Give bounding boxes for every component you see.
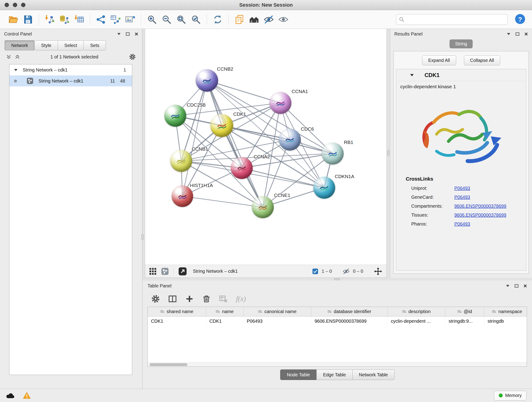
panel-menu-icon[interactable] bbox=[117, 33, 121, 35]
network-node-cdk1[interactable] bbox=[210, 114, 233, 137]
zoom-out-button[interactable] bbox=[159, 12, 174, 27]
table-settings-gear-icon[interactable] bbox=[151, 294, 160, 303]
column-header--id[interactable]: @id bbox=[445, 307, 484, 316]
collapse-caret-icon[interactable] bbox=[410, 74, 414, 77]
panel-float-icon[interactable] bbox=[515, 32, 519, 36]
table-row[interactable]: CDK1CDK1P064939606.ENSP00000378699cyclin… bbox=[148, 317, 527, 326]
collapse-all-tree-icon[interactable] bbox=[15, 55, 20, 59]
window-minimize-button[interactable] bbox=[13, 3, 17, 7]
delete-table-icon[interactable] bbox=[219, 294, 228, 303]
vertical-splitter[interactable] bbox=[387, 29, 390, 278]
string-home-button[interactable] bbox=[247, 12, 261, 27]
grid-view-icon[interactable] bbox=[149, 268, 157, 275]
zoom-fit-button[interactable] bbox=[174, 12, 189, 27]
memory-button[interactable]: Memory bbox=[494, 391, 526, 400]
import-network-button[interactable] bbox=[42, 12, 57, 27]
network-node-ccna2[interactable] bbox=[231, 157, 253, 179]
warning-icon[interactable] bbox=[23, 392, 31, 400]
show-eye-button[interactable] bbox=[276, 12, 291, 27]
panel-float-icon[interactable] bbox=[126, 32, 130, 36]
tab-node-table[interactable]: Node Table bbox=[280, 370, 317, 380]
search-box[interactable] bbox=[396, 14, 508, 25]
tree-caret-icon[interactable] bbox=[14, 69, 18, 71]
column-header-shared-name[interactable]: shared name bbox=[148, 307, 206, 316]
share-network-icon[interactable] bbox=[161, 268, 169, 275]
tab-network[interactable]: Network bbox=[5, 40, 35, 51]
show-columns-icon[interactable] bbox=[168, 294, 177, 303]
crosslinks-title: CrossLinks bbox=[396, 172, 526, 184]
column-header-description[interactable]: description bbox=[388, 307, 445, 316]
cloud-icon[interactable] bbox=[6, 392, 15, 399]
search-input[interactable] bbox=[407, 17, 505, 22]
window-zoom-button[interactable] bbox=[21, 3, 25, 7]
help-button[interactable]: ? bbox=[514, 13, 526, 26]
collapse-all-button[interactable]: Collapse All bbox=[464, 56, 500, 65]
window-close-button[interactable] bbox=[5, 3, 9, 7]
panel-menu-icon[interactable] bbox=[506, 285, 510, 287]
network-view: CCNB2CCNA1CDC25BCDK1CDC6RB1CCNB1CCNA2CDK… bbox=[145, 29, 387, 278]
crosslink-link[interactable]: P06493 bbox=[454, 221, 470, 227]
tab-sets[interactable]: Sets bbox=[83, 40, 106, 51]
new-network-from-table-button[interactable] bbox=[108, 12, 123, 27]
panel-close-icon[interactable] bbox=[525, 32, 528, 36]
tab-string[interactable]: String bbox=[450, 39, 472, 48]
import-table-button[interactable] bbox=[72, 12, 86, 27]
selected-checkbox-icon[interactable] bbox=[312, 268, 318, 274]
splitter-handle[interactable] bbox=[387, 150, 389, 156]
copy-document-button[interactable] bbox=[232, 12, 247, 27]
panel-menu-icon[interactable] bbox=[507, 33, 510, 35]
export-network-icon[interactable] bbox=[178, 267, 187, 276]
expand-all-button[interactable]: Expand All bbox=[422, 56, 456, 65]
network-node-cdc25b[interactable] bbox=[164, 105, 186, 127]
crosslink-link[interactable]: P06493 bbox=[454, 195, 470, 200]
scrollbar-thumb[interactable] bbox=[150, 363, 187, 366]
expand-all-tree-icon[interactable] bbox=[6, 55, 11, 59]
fit-content-icon[interactable] bbox=[374, 267, 382, 276]
function-builder-icon[interactable]: f(x) bbox=[236, 295, 246, 303]
tab-select[interactable]: Select bbox=[58, 40, 84, 51]
network-node-ccnb1[interactable] bbox=[170, 150, 192, 172]
apply-layout-button[interactable] bbox=[210, 12, 225, 27]
column-header-canonical-name[interactable]: canonical name bbox=[244, 307, 311, 316]
first-neighbors-button[interactable] bbox=[94, 12, 108, 27]
crosslink-link[interactable]: 9606.ENSP00000378699 bbox=[454, 212, 506, 218]
tab-edge-table[interactable]: Edge Table bbox=[317, 370, 353, 380]
network-node-ccnb2[interactable] bbox=[196, 69, 218, 92]
network-tree-header: 1 of 1 Network selected bbox=[0, 51, 142, 63]
column-header-namespace[interactable]: namespace bbox=[484, 307, 527, 316]
table-horizontal-scrollbar[interactable] bbox=[148, 362, 527, 366]
tab-style[interactable]: Style bbox=[34, 40, 58, 51]
export-image-button[interactable] bbox=[123, 12, 138, 27]
column-header-name[interactable]: name bbox=[206, 307, 244, 316]
network-node-ccne1[interactable] bbox=[252, 196, 274, 218]
protein-card-header[interactable]: CDK1 bbox=[396, 69, 526, 81]
column-header-database-identifier[interactable]: database identifier bbox=[311, 307, 388, 316]
network-node-hist1h1a[interactable] bbox=[172, 185, 193, 207]
network-row[interactable]: String Network – cdk1 11 48 bbox=[9, 75, 132, 86]
open-session-button[interactable] bbox=[6, 12, 21, 27]
hide-glasses-button[interactable] bbox=[261, 12, 276, 27]
hidden-eye-icon[interactable] bbox=[342, 268, 350, 275]
tab-network-table[interactable]: Network Table bbox=[352, 370, 394, 380]
crosslink-link[interactable]: P06493 bbox=[454, 186, 470, 191]
network-node-ccna1[interactable] bbox=[269, 92, 291, 114]
delete-column-icon[interactable] bbox=[202, 294, 211, 303]
panel-close-icon[interactable] bbox=[524, 284, 527, 288]
import-database-button[interactable] bbox=[57, 12, 72, 27]
zoom-selected-button[interactable] bbox=[189, 12, 203, 27]
control-panel-splitter-handle[interactable] bbox=[141, 234, 144, 240]
horizontal-splitter[interactable] bbox=[143, 278, 532, 281]
network-node-rb1[interactable] bbox=[322, 143, 344, 165]
crosslink-link[interactable]: 9606.ENSP00000378699 bbox=[454, 204, 506, 209]
panel-float-icon[interactable] bbox=[515, 284, 519, 288]
splitter-handle[interactable] bbox=[334, 278, 340, 280]
panel-close-icon[interactable] bbox=[135, 32, 138, 36]
network-options-gear-icon[interactable] bbox=[129, 53, 136, 60]
add-column-icon[interactable] bbox=[185, 294, 194, 303]
network-canvas[interactable]: CCNB2CCNA1CDC25BCDK1CDC6RB1CCNB1CCNA2CDK… bbox=[145, 29, 386, 265]
network-collection-row[interactable]: String Network – cdk1 1 bbox=[9, 64, 132, 75]
zoom-in-button[interactable] bbox=[145, 12, 159, 27]
network-node-cdc6[interactable] bbox=[279, 128, 301, 151]
network-node-cdkn1a[interactable] bbox=[313, 177, 335, 199]
save-session-button[interactable] bbox=[21, 12, 35, 27]
